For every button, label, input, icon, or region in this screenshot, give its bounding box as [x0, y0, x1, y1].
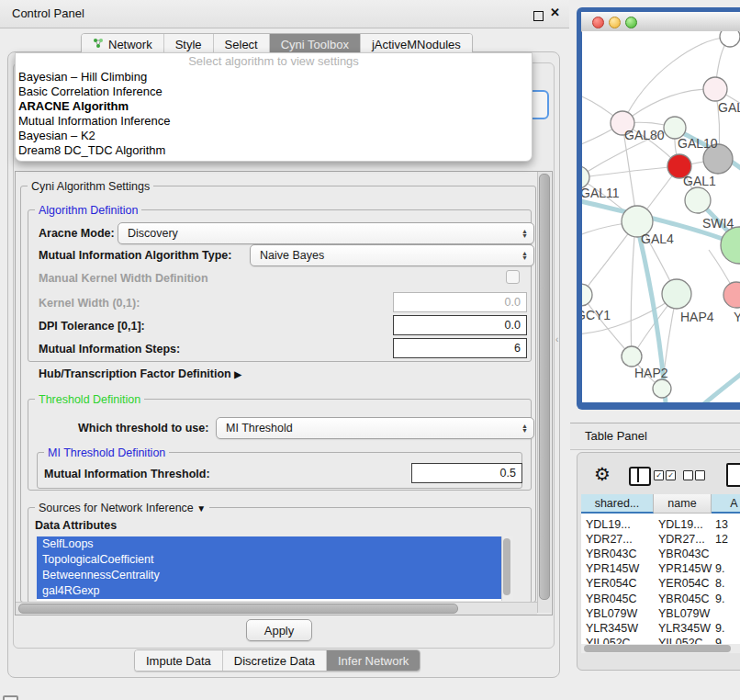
- tab-impute-data[interactable]: Impute Data: [135, 650, 223, 671]
- deselect-all-columns-icon[interactable]: [683, 470, 693, 480]
- algorithm-option-mutual-information-inference[interactable]: Mutual Information Inference: [16, 114, 532, 129]
- control-panel-titlebar: [0, 0, 569, 28]
- table-row[interactable]: YBR045CYBR045C9.: [581, 593, 740, 607]
- column-header-name[interactable]: name: [654, 494, 712, 514]
- attributes-list-scrollbar-thumb[interactable]: [503, 538, 510, 595]
- table-cell: YDL19...: [658, 518, 703, 531]
- table-row[interactable]: YIL052CYIL052C9.: [581, 637, 740, 644]
- attribute-item-selfloops[interactable]: SelfLoops: [37, 536, 501, 552]
- manual-kernel-checkbox[interactable]: [506, 270, 520, 284]
- float-panel-icon[interactable]: [533, 11, 544, 21]
- algorithm-dropdown-placeholder: Select algorithm to view settings: [16, 53, 532, 70]
- aracne-mode-value: Discovery: [128, 227, 178, 240]
- algorithm-option-bayesian-k2[interactable]: Bayesian – K2: [16, 129, 532, 143]
- table-row[interactable]: YDR27...YDR27...12: [581, 533, 740, 548]
- which-threshold-select[interactable]: MI Threshold ▲▼: [216, 417, 534, 439]
- table-row[interactable]: YPR145WYPR145W9.: [581, 562, 740, 577]
- mi-type-select[interactable]: Naive Bayes ▲▼: [250, 244, 534, 266]
- network-node-big-green[interactable]: [721, 227, 740, 264]
- combo-stepper-icon: ▲▼: [521, 423, 533, 433]
- network-node-hap4[interactable]: [662, 279, 691, 309]
- network-node-green-mid[interactable]: [685, 187, 711, 213]
- algorithm-option-bayesian-hill-climbing[interactable]: Bayesian – Hill Climbing: [16, 70, 532, 85]
- network-node-gcy1[interactable]: [582, 284, 592, 306]
- gear-icon[interactable]: ⚙: [594, 463, 611, 485]
- column-view-icon[interactable]: [629, 467, 651, 486]
- tab-label: Select: [225, 38, 258, 51]
- export-table-icon[interactable]: [726, 463, 740, 487]
- settings-vertical-scrollbar-thumb[interactable]: [539, 174, 550, 600]
- column-header-shared-name[interactable]: shared...: [581, 494, 654, 514]
- network-window-titlebar[interactable]: [581, 12, 740, 32]
- table-horizontal-scrollbar-thumb[interactable]: [584, 645, 731, 652]
- kernel-width-input[interactable]: 0.0: [393, 292, 527, 312]
- node-label-gal11: GAL11: [582, 186, 620, 200]
- tab-infer-network[interactable]: Infer Network: [327, 650, 420, 671]
- table-row[interactable]: YLR345WYLR345W9.: [581, 622, 740, 637]
- tab-discretize-data[interactable]: Discretize Data: [223, 650, 327, 671]
- table-cell: 13: [715, 518, 728, 531]
- infer-tabs: Impute DataDiscretize DataInfer Network: [134, 649, 420, 672]
- close-window-icon[interactable]: [592, 17, 604, 28]
- node-label-y: Y: [734, 310, 740, 324]
- algorithm-option-basic-correlation-inference[interactable]: Basic Correlation Inference: [16, 85, 532, 99]
- tab-network[interactable]: Network: [82, 34, 164, 54]
- tab-style[interactable]: Style: [164, 34, 214, 54]
- apply-button[interactable]: Apply: [246, 619, 312, 641]
- attribute-item-topologicalcoefficient[interactable]: TopologicalCoefficient: [37, 552, 501, 568]
- screen: Control Panel ✕ NetworkStyleSelectCyni T…: [0, 0, 740, 700]
- table-cell: YLR345W: [658, 622, 711, 635]
- sources-title[interactable]: Sources for Network Inference ▼: [35, 502, 209, 514]
- node-label-hap4: HAP4: [680, 310, 714, 324]
- tab-label: Cyni Toolbox: [281, 38, 349, 51]
- tab-label: Network: [108, 38, 152, 51]
- hub-definition-toggle[interactable]: Hub/Transcription Factor Definition ▶: [39, 367, 241, 380]
- table-cell: YER054C: [658, 577, 710, 590]
- attribute-item-betweennesscentrality[interactable]: BetweennessCentrality: [37, 568, 501, 583]
- cyni-algorithm-settings-title: Cyni Algorithm Settings: [28, 180, 153, 193]
- minimized-panel-icon[interactable]: [3, 695, 18, 700]
- network-canvas[interactable]: GALGAL80GAL10GAL1GAL11SWI4GAL4GCY1HAP4YH…: [582, 31, 740, 402]
- select-all-columns-icon[interactable]: ✓: [654, 470, 664, 480]
- node-label-gal1: GAL1: [683, 174, 716, 188]
- column-header-third[interactable]: A: [712, 494, 740, 514]
- network-node-bottom-small[interactable]: [653, 379, 671, 398]
- kernel-width-label: Kernel Width (0,1):: [39, 297, 140, 310]
- table-cell: YPR145W: [586, 562, 639, 575]
- mi-steps-input[interactable]: 6: [393, 338, 527, 358]
- attribute-item-gal4rgexp[interactable]: gal4RGexp: [37, 583, 501, 599]
- deselect-all-columns-icon-2[interactable]: [695, 470, 705, 480]
- network-node-top-outline[interactable]: [720, 31, 740, 47]
- network-node-pink-y[interactable]: [723, 282, 740, 308]
- threshold-definition-title: Threshold Definition: [35, 393, 144, 406]
- minimize-window-icon[interactable]: [609, 17, 621, 28]
- table-cell: 9.: [715, 593, 724, 605]
- aracne-mode-select[interactable]: Discovery ▲▼: [118, 222, 534, 244]
- which-threshold-value: MI Threshold: [226, 422, 293, 435]
- settings-horizontal-scrollbar-thumb[interactable]: [18, 604, 458, 614]
- table-row[interactable]: YDL19...YDL19...13: [581, 518, 740, 533]
- table-row[interactable]: YER054CYER054C8.: [581, 577, 740, 592]
- table-cell: YIL052C: [658, 637, 703, 644]
- select-all-columns-icon-2[interactable]: ✓: [666, 470, 676, 480]
- table-cell: YER054C: [586, 577, 637, 590]
- close-panel-icon[interactable]: ✕: [550, 6, 560, 19]
- table-panel-title: Table Panel: [585, 429, 647, 443]
- zoom-window-icon[interactable]: [625, 17, 637, 28]
- network-node-gal-pink[interactable]: [703, 77, 727, 101]
- algorithm-option-aracne-algorithm[interactable]: ARACNE Algorithm: [16, 99, 532, 114]
- table-row[interactable]: YBL079WYBL079W: [581, 607, 740, 622]
- tab-cyni-toolbox[interactable]: Cyni Toolbox: [270, 34, 361, 54]
- table-cell: YBR043C: [658, 548, 710, 560]
- dpi-tolerance-input[interactable]: 0.0: [393, 315, 527, 335]
- mi-threshold-input[interactable]: 0.5: [411, 463, 522, 483]
- network-node-hap2[interactable]: [622, 346, 642, 367]
- node-label-gal4: GAL4: [641, 231, 674, 246]
- algorithm-option-dream8-dc-tdc-algorithm[interactable]: Dream8 DC_TDC Algorithm: [16, 143, 532, 158]
- tab-jactivemnodules[interactable]: jActiveMNodules: [361, 34, 472, 54]
- tab-select[interactable]: Select: [214, 34, 270, 54]
- network-icon: [93, 38, 104, 51]
- table-row[interactable]: YBR043CYBR043C: [581, 548, 740, 562]
- panel-splitter-handle[interactable]: ‹: [555, 334, 558, 344]
- table-cell: YBR045C: [658, 593, 710, 605]
